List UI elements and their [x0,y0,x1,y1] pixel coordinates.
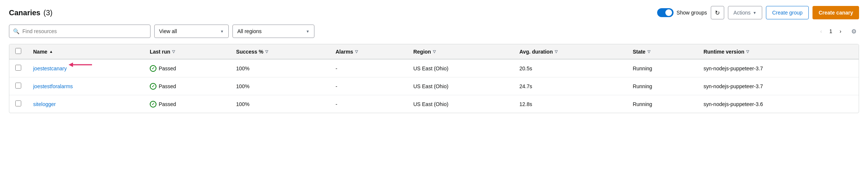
create-group-button[interactable]: Create group [766,6,809,19]
col-success-sort-icon: ▽ [265,49,268,54]
row-checkbox-cell [9,95,27,113]
col-avg-duration-sort-icon: ▽ [555,49,558,54]
prev-page-button[interactable]: ‹ [816,26,826,36]
table-row: joestestforalarms✓Passed100%-US East (Oh… [9,77,859,95]
row-name-link[interactable]: joestestforalarms [33,83,73,89]
row-name-link[interactable]: sitelogger [33,101,56,107]
view-all-label: View all [159,28,177,34]
col-alarms[interactable]: Alarms ▽ [330,44,408,59]
col-name-label: Name [33,49,47,55]
row-state-cell: Running [627,59,697,77]
row-status-text: Passed [159,101,176,107]
header-left: Canaries (3) [9,9,53,17]
table-header-row: Name ▲ Last run ▽ Success % ▽ [9,44,859,59]
row-avg-duration-cell: 24.7s [513,77,627,95]
col-region[interactable]: Region ▽ [407,44,513,59]
select-all-checkbox[interactable] [15,48,21,54]
row-status-text: Passed [159,83,176,89]
all-regions-dropdown[interactable]: All regions ▼ [232,25,314,38]
row-checkbox[interactable] [15,83,21,89]
row-region-cell: US East (Ohio) [407,95,513,113]
col-region-label: Region [413,49,431,55]
row-success-cell: 100% [230,59,330,77]
page-number: 1 [828,28,834,34]
row-checkbox-cell [9,59,27,77]
row-name-link[interactable]: joestestcanary [33,65,67,71]
row-runtime-cell: syn-nodejs-puppeteer-3.6 [697,95,859,113]
col-state-sort-icon: ▽ [647,49,650,54]
row-name-cell: joestestforalarms [27,77,144,95]
actions-dropdown-icon: ▼ [753,11,757,15]
search-box[interactable]: 🔍 [9,25,151,38]
header-right: Show groups ↻ Actions ▼ Create group Cre… [657,6,859,19]
col-state[interactable]: State ▽ [627,44,697,59]
table-row: joestestcanary✓Passed100%-US East (Ohio)… [9,59,859,77]
row-state-cell: Running [627,95,697,113]
col-last-run-label: Last run [150,49,170,55]
refresh-button[interactable]: ↻ [711,6,724,19]
actions-label: Actions [734,10,751,16]
table-body: joestestcanary✓Passed100%-US East (Ohio)… [9,59,859,113]
show-groups-toggle[interactable] [657,8,674,17]
row-last-run-cell: ✓Passed [144,77,230,95]
row-alarms-cell: - [330,59,408,77]
col-avg-duration[interactable]: Avg. duration ▽ [513,44,627,59]
col-runtime-label: Runtime version [703,49,744,55]
table-header: Name ▲ Last run ▽ Success % ▽ [9,44,859,59]
view-all-dropdown[interactable]: View all ▼ [154,25,229,38]
row-runtime-cell: syn-nodejs-puppeteer-3.7 [697,59,859,77]
row-avg-duration-cell: 20.5s [513,59,627,77]
header-row: Canaries (3) Show groups ↻ Actions ▼ [9,6,859,19]
col-last-run[interactable]: Last run ▽ [144,44,230,59]
col-success-label: Success % [236,49,263,55]
col-alarms-label: Alarms [336,49,353,55]
col-name-sort-icon: ▲ [49,49,53,54]
refresh-icon: ↻ [715,9,720,16]
col-name[interactable]: Name ▲ [27,44,144,59]
toggle-track [657,8,674,17]
search-icon: 🔍 [13,28,19,34]
passed-icon: ✓ [150,83,156,90]
create-canary-button[interactable]: Create canary [812,6,859,19]
show-groups-label: Show groups [677,10,707,16]
passed-icon: ✓ [150,101,156,108]
passed-icon: ✓ [150,65,156,72]
col-alarms-sort-icon: ▽ [355,49,358,54]
page-title: Canaries [9,9,41,17]
pagination-area: ‹ 1 › ⚙ [816,26,859,36]
table-settings-button[interactable]: ⚙ [849,26,859,36]
col-region-sort-icon: ▽ [433,49,436,54]
row-state-cell: Running [627,77,697,95]
filter-row: 🔍 View all ▼ All regions ▼ ‹ 1 › ⚙ [9,25,859,38]
search-input[interactable] [22,28,146,34]
canaries-table: Name ▲ Last run ▽ Success % ▽ [9,44,859,113]
row-alarms-cell: - [330,77,408,95]
row-avg-duration-cell: 12.8s [513,95,627,113]
row-success-cell: 100% [230,95,330,113]
row-region-cell: US East (Ohio) [407,59,513,77]
toggle-thumb [665,9,672,16]
row-checkbox[interactable] [15,65,21,71]
row-last-run-cell: ✓Passed [144,59,230,77]
row-region-cell: US East (Ohio) [407,77,513,95]
canaries-page: Canaries (3) Show groups ↻ Actions ▼ [0,0,868,119]
count-badge: (3) [44,9,53,17]
row-name-cell: sitelogger [27,95,144,113]
col-runtime-sort-icon: ▽ [746,49,749,54]
col-avg-duration-label: Avg. duration [519,49,553,55]
next-page-button[interactable]: › [835,26,846,36]
view-all-arrow-icon: ▼ [220,29,224,33]
all-regions-arrow-icon: ▼ [306,29,310,33]
col-state-label: State [633,49,645,55]
row-alarms-cell: - [330,95,408,113]
row-checkbox[interactable] [15,100,21,106]
col-runtime[interactable]: Runtime version ▽ [697,44,859,59]
arrow-annotation [68,62,94,75]
row-success-cell: 100% [230,77,330,95]
canaries-table-wrapper: Name ▲ Last run ▽ Success % ▽ [9,44,859,113]
row-name-cell: joestestcanary [27,59,144,77]
actions-button[interactable]: Actions ▼ [728,6,762,19]
col-success[interactable]: Success % ▽ [230,44,330,59]
col-last-run-sort-icon: ▽ [172,49,175,54]
row-checkbox-cell [9,77,27,95]
